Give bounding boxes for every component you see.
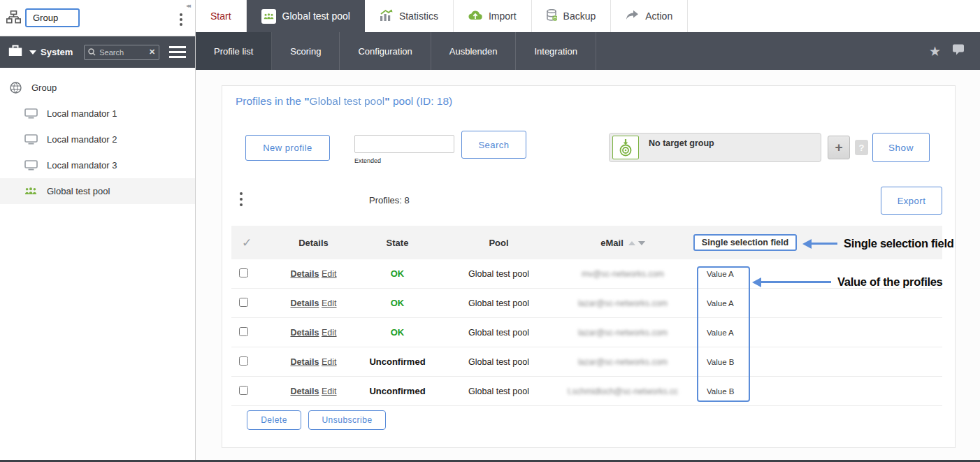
tab-backup[interactable]: Backup [532, 0, 612, 32]
chevron-down-icon[interactable] [29, 50, 36, 55]
pool-value: Global test pool [441, 357, 556, 367]
sort-asc-icon[interactable] [628, 241, 635, 245]
extended-search-link[interactable]: Extended [354, 157, 381, 164]
tree-item-global-test-pool[interactable]: Global test pool [0, 178, 195, 204]
state-value: OK [354, 298, 441, 308]
sub-nav: Profile list Scoring Configuration Ausbl… [196, 32, 980, 70]
row-links: Details Edit [273, 357, 354, 367]
menu-icon[interactable] [169, 46, 186, 58]
sidebar-kebab-menu[interactable] [180, 13, 182, 26]
col-details: Details [273, 238, 354, 248]
arrow-left-icon [752, 277, 761, 287]
tree-item-local-mandator-2[interactable]: Local mandator 2 [0, 127, 195, 152]
details-link[interactable]: Details [290, 387, 319, 396]
heading-quote: " [384, 95, 389, 107]
annotation-value-profiles: Value of the profiles [752, 275, 942, 289]
list-options-kebab[interactable] [240, 192, 243, 206]
col-pool: Pool [441, 238, 556, 248]
target-group-label: No target group [649, 138, 714, 148]
state-value: OK [354, 268, 441, 279]
row-checkbox-cell [231, 327, 273, 338]
details-link[interactable]: Details [290, 298, 319, 308]
monitor-icon [24, 108, 38, 119]
subtab-label: Ausblenden [449, 46, 498, 57]
email-value: t.schmidloch@sc-networks.cc [556, 387, 689, 396]
hierarchy-icon [6, 10, 21, 27]
row-links: Details Edit [273, 269, 354, 279]
clear-search-icon[interactable]: ✕ [149, 48, 155, 57]
edit-link[interactable]: Edit [322, 357, 337, 367]
tab-start[interactable]: Start [196, 0, 247, 32]
subtab-scoring[interactable]: Scoring [272, 32, 340, 70]
arrow-left-icon [802, 239, 812, 249]
backup-database-icon [547, 9, 557, 23]
row-links: Details Edit [273, 387, 354, 396]
feedback-bubble-icon[interactable] [952, 44, 965, 59]
details-link[interactable]: Details [290, 328, 319, 338]
selection-field-value: Value B [689, 387, 801, 396]
tab-label: Backup [563, 10, 596, 22]
group-pool-icon [261, 9, 276, 24]
selection-field-value: Value A [689, 329, 801, 337]
selection-field-value: Value A [689, 299, 801, 308]
tree-item-local-mandator-3[interactable]: Local mandator 3 [0, 152, 195, 178]
show-button[interactable]: Show [872, 133, 930, 162]
pool-value: Global test pool [441, 269, 556, 279]
row-checkbox[interactable] [239, 356, 248, 366]
target-group-selector[interactable]: No target group [609, 133, 821, 162]
row-checkbox[interactable] [239, 268, 248, 277]
email-value: mv@sc-networks.com [556, 269, 689, 279]
edit-link[interactable]: Edit [322, 269, 337, 279]
export-button[interactable]: Export [881, 187, 942, 215]
sort-desc-icon[interactable] [638, 241, 645, 245]
tree-item-group[interactable]: Group [0, 75, 195, 101]
tree-item-label: Local mandator 3 [47, 160, 117, 171]
profile-search-input[interactable] [354, 135, 454, 153]
subtab-label: Scoring [290, 46, 321, 57]
details-link[interactable]: Details [290, 269, 319, 279]
new-profile-button[interactable]: New profile [245, 135, 330, 161]
tree-item-label: Group [31, 82, 57, 93]
annotation-text: Value of the profiles [837, 275, 942, 289]
add-target-group-button[interactable]: + [828, 136, 850, 159]
favorite-star-icon[interactable]: ★ [929, 43, 941, 59]
subtab-configuration[interactable]: Configuration [340, 32, 431, 70]
subtab-ausblenden[interactable]: Ausblenden [431, 32, 517, 70]
tree-item-local-mandator-1[interactable]: Local mandator 1 [0, 101, 195, 127]
row-links: Details Edit [273, 298, 354, 308]
tab-label: Global test pool [282, 10, 350, 22]
unsubscribe-button[interactable]: Unsubscribe [308, 410, 386, 430]
arrow-line [761, 281, 831, 283]
subtab-profile-list[interactable]: Profile list [196, 32, 272, 70]
row-checkbox[interactable] [239, 298, 248, 307]
col-email[interactable]: eMail [556, 238, 689, 248]
tab-import[interactable]: Import [454, 0, 532, 32]
tab-statistics[interactable]: Statistics [365, 0, 454, 32]
heading-quote: " [304, 95, 309, 107]
tab-global-test-pool[interactable]: Global test pool [247, 0, 365, 32]
sidebar-search-input[interactable] [99, 48, 149, 57]
row-checkbox-cell [231, 386, 273, 397]
help-button[interactable]: ? [855, 140, 868, 155]
delete-button[interactable]: Delete [247, 410, 301, 430]
tab-label: Statistics [399, 10, 438, 22]
edit-link[interactable]: Edit [322, 298, 337, 308]
select-all-check-icon[interactable]: ✓ [231, 236, 273, 250]
subtab-integration[interactable]: Integration [516, 32, 596, 70]
row-checkbox[interactable] [239, 327, 248, 336]
system-label[interactable]: System [41, 47, 73, 57]
group-selector[interactable]: Group [25, 8, 80, 27]
edit-link[interactable]: Edit [322, 328, 337, 338]
table-row: Details Edit OK Global test pool lazar@s… [231, 318, 942, 347]
row-checkbox[interactable] [239, 386, 248, 395]
tree-item-label: Global test pool [47, 186, 110, 196]
tab-action[interactable]: Action [611, 0, 688, 32]
edit-link[interactable]: Edit [322, 387, 337, 396]
profiles-panel: Profiles in the "Global test pool" pool … [222, 85, 956, 448]
subnav-right-icons: ★ [929, 32, 980, 70]
search-button[interactable]: Search [461, 131, 526, 159]
details-link[interactable]: Details [290, 357, 319, 367]
monitor-icon [24, 160, 38, 171]
collapse-sidebar-icon[interactable]: ◂◂ [186, 2, 189, 9]
target-group-icon [612, 136, 639, 159]
